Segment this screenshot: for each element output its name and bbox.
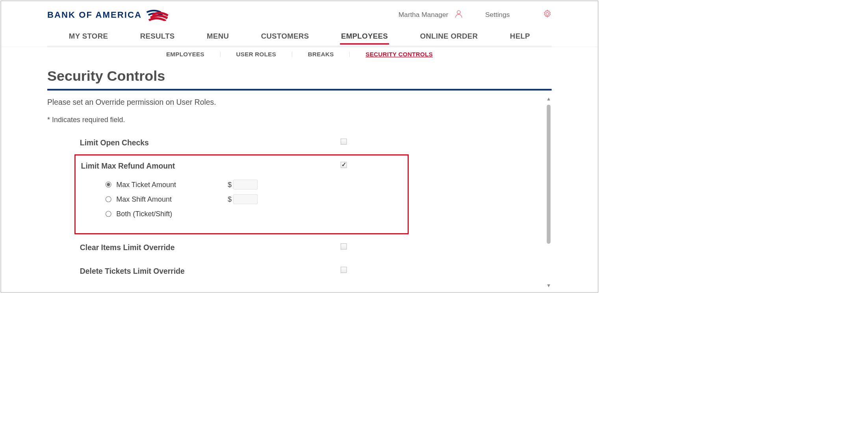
setting-label: Limit Max Refund Amount (81, 162, 341, 171)
max-ticket-amount-input[interactable] (233, 180, 258, 189)
tab-customers[interactable]: CUSTOMERS (260, 30, 310, 45)
subnav-separator (350, 52, 350, 57)
gear-icon[interactable] (543, 9, 552, 20)
setting-label: Limit Open Checks (80, 139, 341, 147)
setting-limit-max-refund: Limit Max Refund Amount (76, 160, 403, 174)
setting-limit-open-checks: Limit Open Checks (47, 134, 541, 154)
brand-flag-icon (146, 8, 169, 21)
brand[interactable]: BANK OF AMERICA (47, 8, 169, 21)
subnav-separator (220, 52, 221, 57)
tab-online-order[interactable]: ONLINE ORDER (419, 30, 479, 45)
max-shift-radio[interactable] (106, 196, 111, 202)
option-max-ticket: Max Ticket Amount $ (106, 177, 403, 192)
radio-label: Max Shift Amount (116, 195, 228, 203)
subnav-separator (292, 52, 292, 57)
tab-my-store[interactable]: MY STORE (68, 30, 109, 45)
scroll-up-icon[interactable]: ▲ (546, 97, 551, 101)
override-hint: Please set an Override permission on Use… (47, 98, 541, 109)
subnav-security-controls[interactable]: SECURITY CONTROLS (364, 50, 435, 59)
main-nav: MY STORE RESULTS MENU CUSTOMERS EMPLOYEE… (1, 26, 598, 47)
limit-open-checks-checkbox[interactable] (341, 139, 347, 145)
highlight-limit-max-refund: Limit Max Refund Amount Max Ticket Amoun… (74, 154, 409, 234)
clear-items-override-checkbox[interactable] (341, 243, 347, 249)
radio-label: Both (Ticket/Shift) (116, 210, 228, 218)
header-user: Martha Manager Settings (399, 9, 552, 20)
delete-tickets-override-checkbox[interactable] (341, 267, 347, 273)
page-title: Security Controls (47, 62, 552, 89)
option-both: Both (Ticket/Shift) (106, 206, 403, 221)
tab-menu[interactable]: MENU (206, 30, 230, 45)
header: BANK OF AMERICA Martha Manager (1, 1, 598, 26)
setting-label: Delete Tickets Limit Override (80, 267, 341, 276)
settings-link[interactable]: Settings (485, 11, 510, 19)
page: Security Controls ▲ ▼ Please set an Over… (1, 62, 598, 283)
subnav-user-roles[interactable]: USER ROLES (234, 50, 278, 59)
title-rule (47, 89, 552, 91)
radio-label: Max Ticket Amount (116, 180, 228, 189)
subnav-employees[interactable]: EMPLOYEES (164, 50, 206, 59)
option-max-shift: Max Shift Amount $ (106, 192, 403, 206)
subnav-breaks[interactable]: BREAKS (306, 50, 336, 59)
refund-options: Max Ticket Amount $ Max Shift Amount $ B… (76, 174, 403, 221)
setting-clear-items-override: Clear Items Limit Override (47, 234, 541, 259)
tab-help[interactable]: HELP (509, 30, 531, 45)
scrollbar[interactable]: ▲ ▼ (546, 97, 552, 288)
tab-results[interactable]: RESULTS (139, 30, 176, 45)
scroll-down-icon[interactable]: ▼ (546, 283, 551, 288)
limit-max-refund-checkbox[interactable] (341, 162, 347, 168)
app-frame: BANK OF AMERICA Martha Manager (0, 0, 598, 293)
currency-symbol: $ (228, 195, 232, 203)
tab-employees[interactable]: EMPLOYEES (340, 30, 389, 45)
setting-label: Clear Items Limit Override (80, 243, 341, 252)
scroll-track[interactable] (547, 103, 551, 282)
user-name[interactable]: Martha Manager (399, 11, 449, 19)
required-note: * Indicates required field. (47, 109, 541, 134)
max-ticket-radio[interactable] (106, 182, 111, 187)
brand-name: BANK OF AMERICA (47, 9, 142, 20)
max-shift-amount-input[interactable] (233, 194, 258, 204)
both-radio[interactable] (106, 211, 111, 217)
content-area: ▲ ▼ Please set an Override permission on… (47, 98, 552, 283)
person-icon[interactable] (454, 9, 463, 20)
scroll-thumb[interactable] (547, 105, 551, 244)
setting-delete-tickets-override: Delete Tickets Limit Override (47, 259, 541, 282)
sub-nav: EMPLOYEES USER ROLES BREAKS SECURITY CON… (1, 47, 598, 62)
currency-symbol: $ (228, 180, 232, 189)
